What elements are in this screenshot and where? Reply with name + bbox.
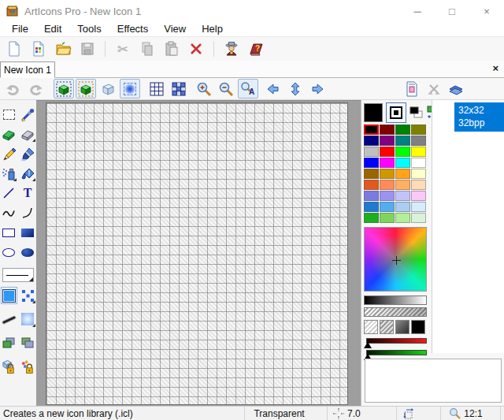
save-button[interactable] (77, 39, 98, 59)
menu-effects[interactable]: Effects (109, 22, 157, 36)
tool-paste-area[interactable] (20, 334, 36, 351)
show-pattern-grid-button[interactable] (169, 79, 189, 98)
color-gradient-picker[interactable] (364, 227, 427, 292)
palette-swatch[interactable] (380, 136, 395, 146)
palette-swatch[interactable] (411, 213, 426, 223)
palette-swatch[interactable] (380, 180, 395, 190)
tool-fill[interactable] (20, 165, 36, 182)
palette-swatch[interactable] (395, 136, 410, 146)
palette-swatch[interactable] (411, 147, 426, 157)
red-channel-slider[interactable] (364, 337, 428, 348)
palette-swatch[interactable] (411, 158, 426, 168)
redo-button[interactable] (25, 79, 46, 98)
transparent-mode-button[interactable] (98, 79, 118, 98)
texture-swatch-black[interactable] (411, 320, 425, 334)
tool-spray[interactable] (1, 165, 17, 182)
palette-swatch[interactable] (364, 136, 379, 146)
delete-image-button[interactable] (424, 79, 444, 98)
tool-soft-box[interactable] (20, 310, 36, 328)
show-grid-button[interactable] (146, 79, 167, 98)
palette-swatch[interactable] (364, 158, 379, 168)
palette-swatch[interactable] (411, 169, 426, 179)
palette-swatch[interactable] (380, 147, 395, 157)
tool-filled-rectangle[interactable] (20, 224, 36, 241)
palette-swatch[interactable] (395, 191, 410, 201)
pixel-grid-canvas[interactable] (46, 102, 348, 405)
solid-color-mode-button[interactable] (386, 102, 406, 123)
shift-vertical-button[interactable] (285, 79, 306, 98)
menu-tools[interactable]: Tools (69, 22, 109, 36)
line-width-selector[interactable] (2, 268, 34, 282)
texture-swatch-light[interactable] (364, 320, 378, 334)
texture-swatch-gray[interactable] (380, 320, 394, 334)
maximize-button[interactable]: □ (435, 0, 469, 22)
palette-swatch[interactable] (395, 180, 410, 190)
selection-mode-button[interactable] (76, 79, 96, 98)
palette-swatch[interactable] (364, 125, 379, 135)
palette-swatch[interactable] (364, 147, 379, 157)
tool-smooth-line[interactable] (1, 310, 17, 328)
tool-color-box[interactable] (1, 287, 17, 304)
palette-swatch[interactable] (411, 136, 426, 146)
palette-swatch[interactable] (395, 202, 410, 212)
tool-arc[interactable] (20, 204, 36, 221)
menu-help[interactable]: Help (194, 22, 231, 36)
palette-swatch[interactable] (411, 180, 426, 190)
undo-button[interactable] (3, 79, 24, 98)
tool-brush[interactable] (20, 145, 36, 162)
new-icon-button[interactable] (28, 39, 49, 59)
palette-swatch[interactable] (364, 169, 379, 179)
new-library-button[interactable] (4, 39, 24, 59)
tool-copy-area[interactable] (1, 334, 17, 351)
image-list-item-selected[interactable]: 32x32 32bpp (454, 102, 504, 132)
palette-swatch[interactable] (395, 125, 410, 135)
blur-mode-button[interactable] (120, 79, 140, 98)
shift-right-button[interactable] (307, 79, 328, 98)
palette-swatch[interactable] (411, 191, 426, 201)
shift-left-button[interactable] (263, 79, 284, 98)
tool-eraser[interactable] (20, 125, 36, 143)
tool-curve[interactable] (1, 204, 17, 221)
image-format-button[interactable] (402, 79, 422, 98)
zoom-in-button[interactable] (194, 79, 214, 98)
close-button[interactable]: × (469, 0, 504, 22)
alpha-gradient-bar[interactable] (364, 307, 427, 317)
normal-mode-button[interactable] (54, 79, 74, 98)
palette-swatch[interactable] (380, 202, 395, 212)
palette-swatch[interactable] (380, 125, 395, 135)
layers-button[interactable] (446, 79, 466, 98)
brightness-gradient-bar[interactable] (364, 295, 427, 305)
tool-eyedropper[interactable] (20, 106, 36, 123)
palette-swatch[interactable] (380, 158, 395, 168)
tool-eraser-color[interactable] (1, 125, 17, 143)
palette-swatch[interactable] (395, 213, 410, 223)
palette-swatch[interactable] (395, 158, 410, 168)
red-slider-handle[interactable] (364, 342, 372, 348)
tool-scatter[interactable] (20, 287, 36, 304)
copy-button[interactable] (137, 39, 158, 59)
palette-swatch[interactable] (364, 202, 379, 212)
palette-swatch[interactable] (411, 125, 426, 135)
palette-swatch[interactable] (364, 213, 379, 223)
tool-pencil[interactable] (1, 145, 17, 162)
menu-view[interactable]: View (156, 22, 194, 36)
cut-button[interactable]: ✂ (113, 39, 133, 59)
tool-lock-colors[interactable] (20, 358, 36, 375)
tool-text[interactable]: T (20, 184, 36, 202)
texture-swatch-dark[interactable] (395, 320, 410, 334)
tool-select[interactable] (1, 106, 17, 123)
palette-swatch[interactable] (395, 169, 410, 179)
palette-swatch[interactable] (380, 191, 395, 201)
palette-swatch[interactable] (395, 147, 410, 157)
zoom-out-button[interactable] (216, 79, 236, 98)
palette-swatch[interactable] (380, 169, 395, 179)
help-button[interactable]: ? (246, 39, 266, 59)
delete-button[interactable] (186, 39, 206, 59)
tool-ellipse[interactable] (1, 243, 17, 261)
menu-edit[interactable]: Edit (36, 22, 69, 36)
tab-close-icon[interactable]: × (492, 62, 498, 74)
minimize-button[interactable]: ─ (400, 0, 435, 22)
tab-new-icon-1[interactable]: New Icon 1 (0, 61, 55, 78)
zoom-actual-button[interactable]: A (238, 79, 258, 98)
palette-swatch[interactable] (364, 191, 379, 201)
